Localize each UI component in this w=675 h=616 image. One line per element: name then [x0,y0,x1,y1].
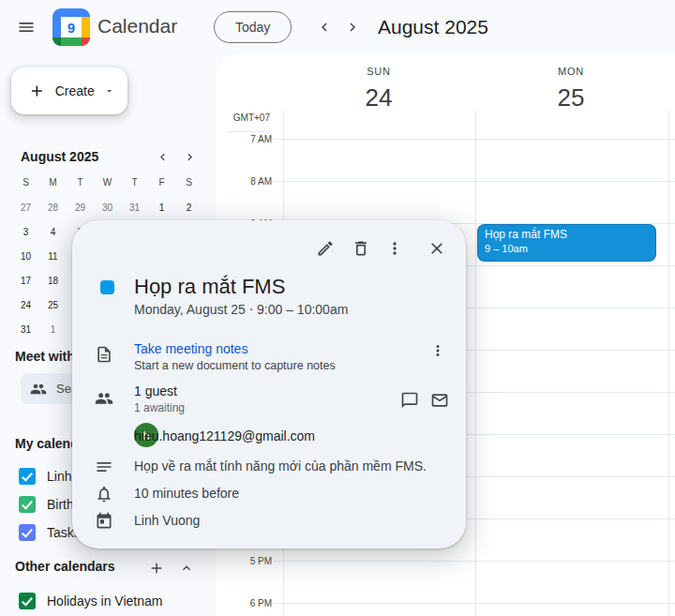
gutter-divider [227,131,270,132]
app-header: 9 Calendar Today August 2025 [0,0,675,54]
collapse-other-calendars-button[interactable] [175,557,198,579]
minical-weekday-letter: T [67,176,94,189]
minical-date[interactable]: 10 [12,245,39,269]
logo-day-number: 9 [61,17,82,38]
minical-date[interactable]: 31 [12,318,39,342]
calendar-event[interactable]: Họp ra mắt FMS 9 – 10am [477,224,656,262]
hour-line [274,181,675,182]
minical-weekday-letter: S [175,176,202,189]
day-number[interactable]: 24 [322,83,435,113]
trash-icon [352,239,370,258]
chat-with-guests-button[interactable] [393,383,427,417]
kebab-menu-icon [429,342,446,359]
logo-green-strip [61,38,82,46]
next-period-button[interactable] [341,16,364,38]
minical-date[interactable]: 17 [12,269,39,293]
popup-event-datetime: Monday, August 25 ⋅ 9:00 – 10:00am [134,302,348,317]
add-other-calendar-button[interactable] [145,557,168,579]
other-calendars-row: Other calendars [0,557,216,579]
document-icon [95,345,113,364]
event-color-chip [100,280,114,294]
minical-weekday-letter: T [121,176,148,189]
delete-event-button[interactable] [344,232,378,265]
calendar-checkbox[interactable] [19,524,36,541]
event-notification: 10 minutes before [134,486,239,501]
calendar-logo-icon[interactable]: 9 [52,8,90,46]
logo-darkgreen-corner [52,38,61,46]
logo-red-corner [82,38,90,46]
calendar-checkbox[interactable] [19,593,36,609]
minical-date[interactable]: 1 [39,318,67,342]
minical-date[interactable]: 1 [148,196,175,220]
day-number[interactable]: 25 [515,83,627,113]
meeting-notes-options-button[interactable] [421,334,455,368]
minical-date[interactable]: 27 [12,196,39,220]
hour-line [274,561,675,562]
minical-date[interactable]: 4 [39,220,67,245]
minical-title: August 2025 [21,149,98,164]
hour-line [274,603,675,604]
create-button[interactable]: Create [11,68,128,114]
day-column-divider [668,111,669,616]
minical-date[interactable]: 11 [39,245,67,269]
google-calendar-app: 9 Calendar Today August 2025 SUN24MON25 … [0,0,675,616]
caret-down-icon [104,85,114,97]
plus-icon [148,560,165,577]
calendar-list-item[interactable]: Holidays in Vietnam [0,587,216,615]
email-guests-button[interactable] [423,383,457,417]
minical-date[interactable]: 24 [12,293,39,318]
chevron-right-icon [183,150,197,164]
hamburger-icon [17,18,36,37]
minical-date[interactable]: 18 [39,269,67,293]
close-icon [428,239,446,258]
calendar-label: Holidays in Vietnam [47,593,162,608]
calendar-checkbox[interactable] [19,468,36,485]
minical-date[interactable]: 31 [121,196,148,220]
hour-label: 5 PM [216,556,272,566]
chat-icon [400,391,419,410]
minical-date[interactable]: 25 [39,293,67,318]
minical-next-button[interactable] [178,145,201,168]
day-header: SUN24 [322,66,435,113]
guest-count: 1 guest [134,383,177,398]
timezone-label: GMT+07 [216,113,270,123]
chevron-right-icon [344,19,361,36]
other-calendars-list: Holidays in Vietnam [0,587,216,615]
minical-week-row: 272829303112 [12,196,202,220]
hour-label: 8 AM [216,176,272,187]
minical-date[interactable]: 30 [94,196,121,220]
hour-label: 6 PM [216,598,272,608]
people-icon [30,381,47,398]
calendar-checkbox[interactable] [19,496,36,513]
guest-email: hieu.hoang121129@gmail.com [134,428,315,443]
event-calendar-owner: Linh Vuong [134,513,200,528]
minical-weekday-letter: S [12,176,39,189]
take-meeting-notes-link[interactable]: Take meeting notes [134,341,248,356]
minical-prev-button[interactable] [151,145,173,168]
current-range-title: August 2025 [378,16,488,38]
other-calendars-heading: Other calendars [15,559,115,574]
guest-status: 1 awaiting [134,401,185,414]
logo-yellow-strip [82,17,90,38]
day-header: MON25 [515,66,627,113]
app-title: Calendar [98,15,177,38]
event-options-button[interactable] [378,232,412,265]
bell-icon [95,485,113,503]
prev-period-button[interactable] [313,16,336,38]
event-time: 9 – 10am [485,242,649,255]
hour-label: 7 AM [216,134,272,144]
edit-event-button[interactable] [308,232,342,265]
minical-date[interactable]: 2 [175,196,202,220]
minical-date[interactable]: 3 [12,220,39,245]
event-description: Họp về ra mắt tính năng mới của phần mềm… [134,458,427,473]
minical-date[interactable]: 28 [39,196,67,220]
kebab-menu-icon [385,239,404,258]
day-name: MON [515,66,627,77]
envelope-icon [430,391,449,410]
today-button[interactable]: Today [214,11,292,43]
pencil-icon [316,239,335,258]
main-menu-button[interactable] [13,14,39,40]
minical-date[interactable]: 29 [67,196,94,220]
close-popup-button[interactable] [420,232,454,265]
minical-weekday-row: SMTWTFS [12,176,202,189]
